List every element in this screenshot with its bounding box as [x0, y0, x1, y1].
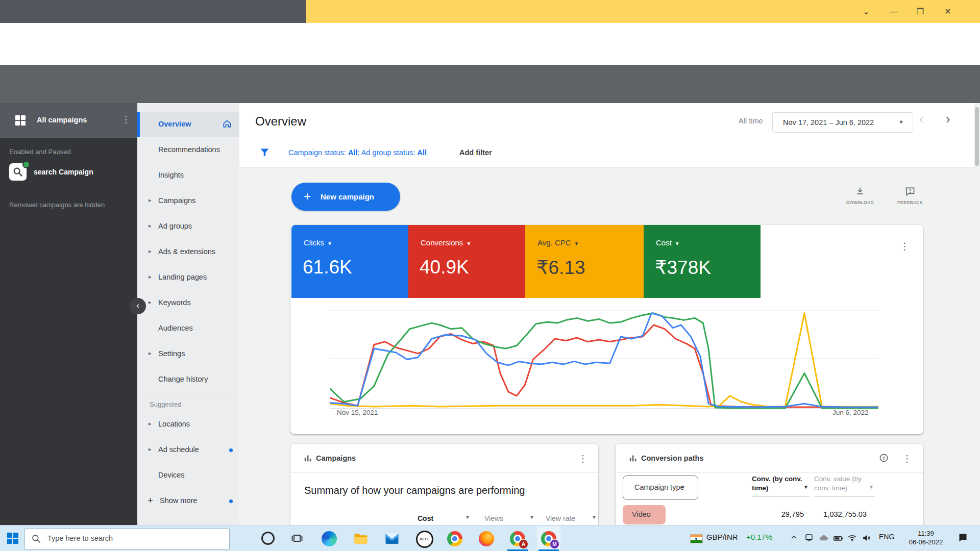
menu-item-settings[interactable]: ▸Settings — [137, 341, 239, 367]
download-icon — [842, 186, 878, 198]
collapse-menu-button[interactable]: ‹ — [130, 298, 146, 314]
action-center-icon[interactable] — [958, 532, 968, 545]
campaigns-summary: Summary of how your campaigns are perfor… — [304, 485, 525, 496]
clock-date: 06-06-2022 — [900, 538, 951, 546]
taskbar-app-file-explorer[interactable] — [352, 530, 370, 547]
taskbar-app-firefox[interactable] — [478, 530, 495, 547]
campaign-type-dropdown[interactable]: Campaign type ▼ — [623, 475, 698, 500]
menu-item-locations[interactable]: ▸Locations — [137, 412, 239, 437]
card-kebab-icon[interactable]: ⋮ — [900, 240, 910, 252]
menu-item-insights[interactable]: Insights — [137, 163, 239, 188]
scorecard-cost[interactable]: Cost▼₹378K — [644, 225, 761, 298]
taskbar-search-input[interactable]: Type here to search — [24, 529, 230, 549]
scorecard-value: ₹378K — [655, 257, 711, 279]
page-title-bar: Overview All time Nov 17, 2021 – Jun 6, … — [239, 103, 980, 138]
menu-item-show-more[interactable]: +Show more — [137, 488, 239, 514]
task-view-icon[interactable] — [291, 532, 303, 546]
chevron-down-icon: ▼ — [465, 514, 470, 522]
filter-bar: Campaign status: All; Ad group status: A… — [239, 138, 980, 168]
language-indicator[interactable]: ENG — [879, 533, 894, 541]
date-next-button[interactable]: › — [946, 111, 950, 127]
menu-item-landing-pages[interactable]: ▸Landing pages — [137, 265, 239, 290]
date-prev-button[interactable]: ‹ — [919, 111, 924, 127]
taskbar-app-mail[interactable] — [383, 530, 401, 547]
sort-caret-icon: ▼ — [869, 483, 874, 492]
add-filter-button[interactable]: Add filter — [459, 148, 492, 157]
menu-item-audiences[interactable]: Audiences — [137, 316, 239, 341]
column-conv-by-time[interactable]: Conv. (by conv. time) ▼ — [752, 474, 810, 496]
chevron-right-icon: ▸ — [149, 222, 152, 229]
tab-search-chevron-icon[interactable]: ⌄ — [862, 7, 871, 16]
speaker-icon[interactable] — [862, 533, 871, 545]
campaigns-kebab-icon[interactable]: ⋮ — [578, 453, 587, 464]
taskbar-app-edge[interactable] — [321, 530, 338, 547]
removed-campaigns-note: Removed campaigns are hidden — [9, 201, 105, 209]
download-button[interactable]: DOWNLOAD — [842, 186, 878, 205]
metric-selector-cost[interactable]: Cost▼ — [418, 514, 470, 522]
window-restore-button[interactable]: ❐ — [916, 7, 925, 16]
currency-pair-label[interactable]: GBP/INR — [706, 533, 738, 541]
scorecard-clicks[interactable]: Clicks▼61.6K — [291, 225, 408, 298]
date-range-picker[interactable]: Nov 17, 2021 – Jun 6, 2022 ▼ — [772, 112, 913, 133]
campaign-type-chip-video[interactable]: Video — [623, 505, 666, 524]
menu-item-recommendations[interactable]: Recommendations — [137, 137, 239, 163]
scorecard-conversions[interactable]: Conversions▼40.9K — [408, 225, 525, 298]
chrome-icon — [447, 531, 462, 546]
browser-tab-strip: ⌄ — ❐ ✕ — [0, 0, 980, 23]
tray-chevron-up-icon[interactable] — [790, 534, 798, 543]
new-campaign-button[interactable]: + New campaign — [291, 183, 400, 211]
campaigns-card-header: Campaigns ⋮ — [290, 444, 598, 473]
window-close-button[interactable]: ✕ — [943, 7, 952, 16]
scorecard-label: Clicks▼ — [304, 238, 332, 247]
menu-item-overview[interactable]: Overview — [137, 112, 239, 137]
taskbar-app-chrome[interactable] — [446, 530, 463, 547]
feedback-button[interactable]: FEEDBACK — [892, 186, 928, 205]
menu-item-keywords[interactable]: ▸Keywords — [137, 290, 239, 316]
onedrive-cloud-icon[interactable] — [819, 533, 829, 545]
taskbar-app-chrome-profile-m[interactable]: M — [540, 530, 557, 547]
nav-kebab-icon[interactable]: ⋮ — [121, 114, 130, 125]
india-flag-icon[interactable] — [690, 534, 703, 543]
menu-item-ads-extensions[interactable]: ▸Ads & extensions — [137, 239, 239, 265]
scrollbar-track[interactable] — [974, 103, 980, 525]
chevron-down-icon: ▼ — [574, 241, 579, 246]
sort-caret-icon: ▼ — [803, 483, 808, 492]
taskbar-app-dell[interactable]: DELL — [415, 530, 432, 547]
menu-item-ad-schedule[interactable]: ▸Ad schedule — [137, 437, 239, 463]
wifi-icon[interactable] — [847, 533, 857, 545]
menu-item-devices[interactable]: Devices — [137, 463, 239, 488]
svg-text:?: ? — [883, 455, 886, 461]
conversion-paths-kebab-icon[interactable]: ⋮ — [902, 453, 912, 464]
battery-icon[interactable] — [833, 533, 843, 545]
metric-selector-view-rate[interactable]: View rate▼ — [546, 514, 597, 522]
scorecard-value: 61.6K — [303, 257, 352, 278]
column-conv-value[interactable]: Conv. value (by conv. time) ▼ — [814, 474, 875, 496]
menu-item-ad-groups[interactable]: ▸Ad groups — [137, 214, 239, 239]
window-minimize-button[interactable]: — — [889, 7, 898, 16]
menu-item-label: Audiences — [158, 324, 193, 332]
menu-item-change-history[interactable]: Change history — [137, 367, 239, 392]
series-avg-cpc — [330, 313, 878, 407]
taskbar-app-chrome-profile-a[interactable]: A — [509, 530, 526, 547]
taskbar-clock[interactable]: 11:39 06-06-2022 — [900, 529, 951, 546]
chevron-down-icon: ▼ — [529, 514, 534, 522]
menu-item-campaigns[interactable]: ▸Campaigns — [137, 188, 239, 214]
metric-selector-views[interactable]: Views▼ — [484, 514, 534, 522]
menu-item-label: Recommendations — [158, 145, 220, 154]
nav-campaign-item[interactable]: search Campaign — [34, 168, 93, 176]
phone-link-icon[interactable] — [804, 533, 814, 544]
grid-icon — [15, 115, 26, 126]
campaign-status-dot — [22, 161, 30, 168]
filter-icon — [259, 147, 270, 160]
bar-chart-icon — [629, 454, 638, 465]
start-button[interactable] — [7, 533, 18, 544]
menu-item-label: Settings — [158, 349, 185, 358]
scorecard-avg-cpc[interactable]: Avg. CPC▼₹6.13 — [525, 225, 644, 298]
cortana-icon[interactable] — [261, 532, 275, 545]
menu-item-label: Ad schedule — [158, 445, 199, 454]
help-icon[interactable]: ? — [879, 453, 889, 465]
scrollbar-thumb[interactable] — [975, 107, 979, 166]
filter-status-link[interactable]: Campaign status: All; Ad group status: A… — [288, 148, 427, 157]
nav-all-campaigns[interactable]: All campaigns ⋮ — [0, 103, 137, 138]
browser-tab[interactable] — [0, 0, 306, 23]
